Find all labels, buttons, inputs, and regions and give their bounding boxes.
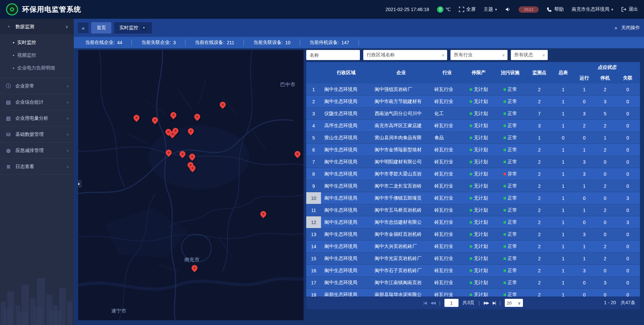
sidebar-section[interactable]: ◔数据监测∨ [0, 19, 74, 35]
tab-realtime-monitor[interactable]: 实时监控 ✕ [114, 22, 152, 34]
name-filter-input[interactable] [306, 50, 360, 60]
cell-lost: 0 [615, 253, 640, 264]
sidebar-section-label: 企业异常 [15, 83, 63, 89]
total-count-label: 共47条 [621, 300, 635, 306]
table-row[interactable]: 7阆中生态环境局阆中明阳建材有限公司砖瓦行业无计划正常21300 [306, 156, 640, 168]
sidebar-section[interactable]: ⛁基础数据管理‹ [0, 126, 74, 143]
cell-industry: 砖瓦行业 [431, 84, 463, 95]
table-body: 1阆中生态环境局阆中强锐页岩砖厂砖瓦行业无计划正常211202阆中生态环境局阆中… [306, 84, 640, 296]
map-collapse-handle[interactable]: ◀ [78, 180, 82, 188]
table-row[interactable]: 16阆中生态环境局阆中市石子页岩机砖厂砖瓦行业无计划正常21300 [306, 265, 640, 277]
map-pin-icon[interactable] [169, 111, 177, 119]
table-row[interactable]: 10阆中生态环境局阆中市千佛镇五郎垭页砖瓦行业无计划正常21003 [306, 192, 640, 204]
map-pin-icon[interactable] [191, 264, 199, 272]
cell-region: 阆中生态环境局 [321, 168, 371, 180]
page-size-select[interactable]: 20 ∨ [505, 299, 523, 307]
stat-value: 44 [117, 40, 122, 45]
prev-page-button[interactable]: ◀◀ [430, 301, 435, 305]
table-row[interactable]: 11阆中生态环境局阆中市五马桥页岩机砖砖瓦行业无计划正常21120 [306, 204, 640, 216]
map-pin-icon[interactable] [186, 127, 195, 135]
tabs-scroll-left-button[interactable]: « [78, 22, 89, 33]
industry-filter-value: 所有行业 [454, 52, 473, 58]
table-row[interactable]: 3仪陇生态环境局西南油气田分公司川中化工无计划正常71350 [306, 108, 640, 120]
next-page-button[interactable]: ▶▶ [484, 301, 488, 305]
tab-close-icon[interactable]: ✕ [141, 25, 147, 31]
sidebar-section[interactable]: ⓘ企业异常‹ [0, 78, 74, 94]
status-dot-icon [503, 221, 506, 224]
table-row[interactable]: 4高坪生态环境局南充市高坪区王家店建砖瓦行业无计划正常31220 [306, 120, 640, 132]
tabs-scroll-right-button[interactable]: » [614, 25, 617, 31]
map-pin-icon[interactable] [259, 210, 267, 218]
first-page-button[interactable]: |◀ [423, 301, 426, 305]
page-number-input[interactable] [444, 299, 459, 307]
industry-filter-select[interactable]: 所有行业 ∨ [450, 50, 507, 60]
table-row[interactable]: 6阆中生态环境局阆中市金博瑞新型墙材砖瓦行业无计划正常21120 [306, 144, 640, 156]
cell-run: 1 [574, 253, 595, 264]
help-button[interactable]: 帮助 [547, 6, 564, 12]
cell-meter: 1 [552, 265, 574, 276]
cell-monitor: 2 [526, 265, 552, 276]
map-panel[interactable]: 巴中市南充市遂宁市 ◀ [78, 50, 304, 320]
logout-button[interactable]: 退出 [621, 6, 638, 12]
last-page-button[interactable]: ▶| [493, 301, 495, 305]
cell-industry: 砖瓦行业 [431, 289, 463, 296]
map-pin-icon[interactable] [218, 100, 227, 109]
announcement-button[interactable] [505, 7, 511, 12]
cell-monitor: 2 [526, 96, 552, 107]
status-dot-icon [503, 112, 506, 115]
status-filter-select[interactable]: 所有状态 ∨ [511, 50, 548, 60]
table-row[interactable]: 9阆中生态环境局阆中市二龙长宝页岩砖砖瓦行业无计划正常21120 [306, 180, 640, 192]
sidebar-section[interactable]: ◍应急减排管理‹ [0, 143, 74, 159]
fullscreen-button[interactable]: 全屏 [459, 6, 476, 12]
map-pin-icon[interactable] [178, 150, 186, 158]
cell-run: 0 [574, 132, 595, 144]
sidebar-section[interactable]: ▤企业综合统计‹ [0, 94, 74, 110]
cell-index: 6 [306, 144, 321, 156]
table-row[interactable]: 15阆中生态环境局阆中市光富页岩机砖厂砖瓦行业无计划正常21120 [306, 253, 640, 265]
table-row[interactable]: 18南部生态环境局南部县瑞华水泥有限公砖瓦行业无计划正常21000 [306, 289, 640, 296]
valve-icon: ◍ [5, 148, 11, 154]
chevron-down-icon: ∨ [502, 53, 505, 57]
sidebar-item[interactable]: •实时监控 [0, 36, 74, 49]
close-operations-button[interactable]: 关闭操作 [621, 25, 640, 31]
map-pin-icon[interactable] [293, 150, 302, 158]
org-dropdown[interactable]: 南充市生态环境局▾ [572, 6, 613, 12]
col-facility: 治污设施 [494, 62, 526, 84]
facility-label: 正常 [508, 99, 517, 105]
tab-bar: « 首页 实时监控 ✕ » 关闭操作 [74, 19, 644, 37]
table-row[interactable]: 2阆中生态环境局阆中市南方节能建材有砖瓦行业无计划正常21030 [306, 96, 640, 108]
table-row[interactable]: 1阆中生态环境局阆中强锐页岩砖厂砖瓦行业无计划正常21120 [306, 84, 640, 96]
cell-industry: 砖瓦行业 [431, 253, 463, 264]
table-row[interactable]: 12阆中生态环境局阆中市忠信建材有限公砖瓦行业无计划正常21003 [306, 216, 640, 228]
status-dot-icon [503, 269, 506, 272]
tab-home[interactable]: 首页 [91, 22, 111, 34]
sidebar-item[interactable]: •视频监控 [0, 49, 74, 62]
status-dot-icon [503, 257, 506, 260]
status-dot-icon [503, 161, 506, 163]
table-row[interactable]: 8阆中生态环境局阆中市枣碧大梁山页岩砖瓦行业无计划异常21300 [306, 168, 640, 180]
notice-count-badge[interactable]: 2632 [519, 6, 539, 13]
production-label: 无计划 [474, 268, 488, 274]
cell-facility: 正常 [494, 192, 526, 204]
map-pin-icon[interactable] [188, 152, 196, 161]
cell-lost: 0 [615, 132, 640, 144]
region-filter-select[interactable]: 行政区域名称 ∨ [363, 50, 447, 60]
stat-item: 当前停机设备:147 [300, 40, 359, 46]
map-pin-icon[interactable] [193, 112, 202, 121]
table-row[interactable]: 5营山生态环境局营山县润丰肉食品有限食品无计划正常10010 [306, 132, 640, 144]
table-row[interactable]: 13阆中生态环境局阆中市金福旺页岩机砖砖瓦行业无计划正常21300 [306, 228, 640, 240]
map-pin-icon[interactable] [132, 114, 141, 122]
cell-company: 南部县瑞华水泥有限公 [371, 289, 431, 296]
cell-run: 3 [574, 265, 595, 276]
sidebar-section[interactable]: ▥企业用电量分析‹ [0, 110, 74, 126]
sidebar-item[interactable]: •企业电力负荷明细 [0, 62, 74, 74]
table-row[interactable]: 17阆中生态环境局阆中市江南镇阆南页岩砖瓦行业无计划正常21030 [306, 277, 640, 289]
table-row[interactable]: 14阆中生态环境局阆中大兴页岩机砖厂砖瓦行业无计划正常21120 [306, 240, 640, 253]
production-label: 无计划 [474, 280, 488, 286]
theme-dropdown[interactable]: 主题▾ [484, 6, 497, 12]
cell-industry: 砖瓦行业 [431, 168, 463, 180]
cell-company: 阆中市金福旺页岩机砖 [371, 228, 431, 240]
map-pin-icon[interactable] [164, 149, 173, 157]
sidebar-section[interactable]: ≣日志查看‹ [0, 159, 74, 175]
map-pin-icon[interactable] [151, 116, 159, 124]
